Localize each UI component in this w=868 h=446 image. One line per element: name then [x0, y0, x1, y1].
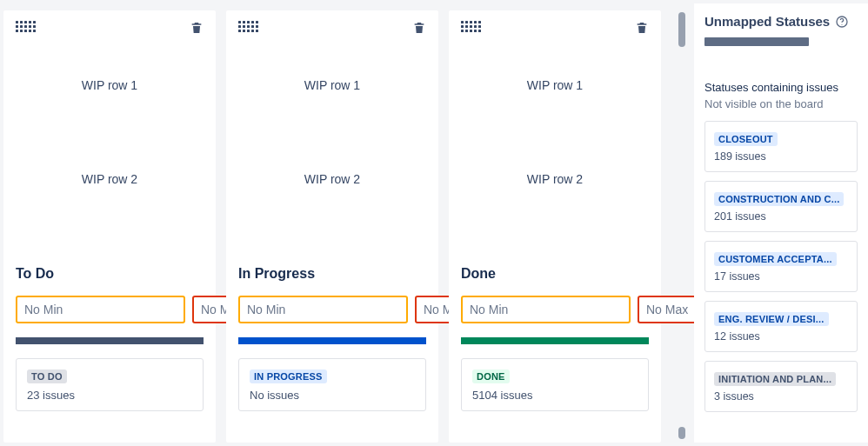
- min-max-row: [238, 296, 426, 323]
- unmapped-status-card[interactable]: ENG. REVIEW / DESI... 12 issues: [704, 301, 858, 352]
- wip-row-2: WIP row 2: [304, 172, 360, 186]
- scroll-thumb-top[interactable]: [678, 12, 685, 47]
- wip-row-1: WIP row 1: [527, 78, 583, 92]
- status-lozenge: ENG. REVIEW / DESI...: [714, 312, 829, 326]
- vertical-scrollbar[interactable]: [678, 3, 685, 443]
- column-todo: WIP row 1 WIP row 2 To Do TO DO 23 issue…: [3, 10, 216, 443]
- panel-title: Unmapped Statuses: [704, 14, 830, 29]
- svg-point-1: [842, 23, 843, 24]
- status-lozenge: IN PROGRESS: [250, 369, 327, 383]
- status-lozenge: INITIATION AND PLAN...: [714, 372, 836, 386]
- issues-count: 17 issues: [714, 270, 848, 283]
- min-input[interactable]: [238, 296, 408, 323]
- issues-count: 201 issues: [714, 210, 848, 223]
- status-lozenge: TO DO: [27, 369, 67, 383]
- wip-row-1: WIP row 1: [304, 78, 360, 92]
- min-input[interactable]: [16, 296, 185, 323]
- delete-column-button[interactable]: [412, 21, 426, 35]
- status-lozenge: CONSTRUCTION AND C...: [714, 192, 844, 206]
- drag-handle-icon[interactable]: [461, 21, 481, 32]
- status-card[interactable]: TO DO 23 issues: [16, 358, 204, 411]
- help-icon[interactable]: [835, 15, 849, 29]
- issues-count: 5104 issues: [472, 389, 638, 402]
- status-card[interactable]: IN PROGRESS No issues: [238, 358, 426, 411]
- panel-subheading: Statuses containing issues: [704, 81, 858, 94]
- column-done: WIP row 1 WIP row 2 Done DONE 5104 issue…: [449, 10, 661, 443]
- status-lozenge: DONE: [472, 369, 510, 383]
- panel-title-row: Unmapped Statuses: [704, 14, 858, 29]
- column-title: Done: [461, 266, 649, 282]
- unmapped-status-card[interactable]: CONSTRUCTION AND C... 201 issues: [704, 181, 858, 232]
- issues-count: 12 issues: [714, 330, 848, 343]
- wip-row-2: WIP row 2: [82, 172, 137, 186]
- unmapped-status-card[interactable]: CLOSEOUT 189 issues: [704, 121, 858, 172]
- unmapped-status-card[interactable]: INITIATION AND PLAN... 3 issues: [704, 361, 858, 412]
- delete-column-button[interactable]: [635, 21, 649, 35]
- delete-column-button[interactable]: [190, 21, 204, 35]
- panel-subtext: Not visible on the board: [704, 97, 858, 110]
- accent-bar: [461, 337, 649, 344]
- status-card[interactable]: DONE 5104 issues: [461, 358, 649, 411]
- column-header: [238, 21, 426, 40]
- issues-count: No issues: [250, 389, 415, 402]
- wip-row-1: WIP row 1: [82, 78, 137, 92]
- wip-zone: WIP row 1 WIP row 2: [16, 78, 204, 266]
- wip-zone: WIP row 1 WIP row 2: [461, 78, 649, 266]
- min-max-row: [461, 296, 649, 323]
- column-header: [461, 21, 649, 40]
- unmapped-statuses-panel: Unmapped Statuses Statuses containing is…: [694, 3, 868, 443]
- min-input[interactable]: [461, 296, 631, 323]
- accent-bar: [16, 337, 204, 344]
- drag-handle-icon[interactable]: [16, 21, 36, 32]
- unmapped-status-card[interactable]: CUSTOMER ACCEPTA... 17 issues: [704, 241, 858, 292]
- columns-area: WIP row 1 WIP row 2 To Do TO DO 23 issue…: [3, 3, 670, 443]
- trash-icon: [190, 21, 204, 35]
- issues-count: 189 issues: [714, 150, 848, 163]
- column-in-progress: WIP row 1 WIP row 2 In Progress IN PROGR…: [226, 10, 438, 443]
- wip-row-2: WIP row 2: [527, 172, 583, 186]
- status-lozenge: CLOSEOUT: [714, 132, 778, 146]
- column-header: [16, 21, 204, 40]
- trash-icon: [635, 21, 649, 35]
- issues-count: 23 issues: [27, 389, 192, 402]
- wip-zone: WIP row 1 WIP row 2: [238, 78, 426, 266]
- drag-handle-icon[interactable]: [238, 21, 258, 32]
- trash-icon: [412, 21, 426, 35]
- redacted-text-bar: [704, 37, 809, 46]
- issues-count: 3 issues: [714, 390, 848, 403]
- accent-bar: [238, 337, 426, 344]
- min-max-row: [16, 296, 204, 323]
- column-title: In Progress: [238, 266, 426, 282]
- column-title: To Do: [16, 266, 204, 282]
- scroll-thumb-bottom[interactable]: [678, 427, 685, 439]
- status-lozenge: CUSTOMER ACCEPTA...: [714, 252, 837, 266]
